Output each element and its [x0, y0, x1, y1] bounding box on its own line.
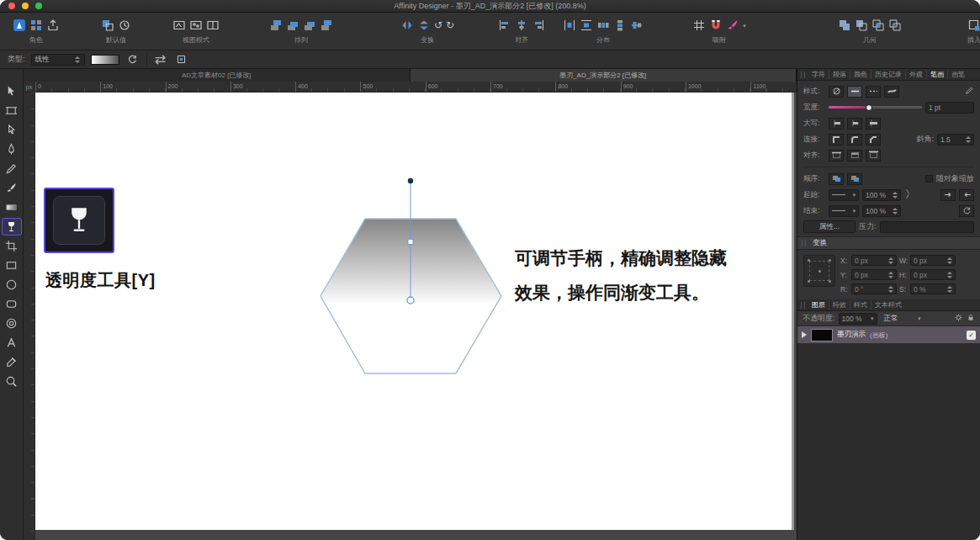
- sync-defaults-icon[interactable]: [101, 19, 114, 32]
- sync-arrowheads-button[interactable]: [959, 205, 974, 217]
- w-field[interactable]: 0 px: [910, 255, 956, 266]
- tab-styles[interactable]: 样式: [850, 300, 871, 310]
- revert-defaults-icon[interactable]: [118, 19, 131, 32]
- align-outside-stroke-button[interactable]: [866, 150, 881, 161]
- snap-brush-icon[interactable]: [726, 19, 739, 32]
- stroke-brush-button[interactable]: [884, 86, 899, 98]
- boolean-intersect-icon[interactable]: [871, 19, 885, 32]
- start-size-value[interactable]: 100 %: [862, 189, 901, 201]
- y-field[interactable]: 0 px: [851, 269, 897, 280]
- align-left-icon[interactable]: [498, 19, 511, 32]
- color-picker-tool[interactable]: [2, 353, 22, 371]
- hexagon-shape-with-gradient-handle[interactable]: [35, 93, 794, 530]
- gear-icon[interactable]: [954, 313, 963, 324]
- view-vector-icon[interactable]: [172, 19, 186, 32]
- s-field[interactable]: 0 %: [910, 283, 956, 294]
- gradient-handle-mid-node[interactable]: [408, 240, 413, 245]
- fill-tool[interactable]: [2, 199, 22, 216]
- document-tab-active[interactable]: 墨刃_AD_演示部分2 [已修改]: [411, 69, 797, 82]
- start-line-style-select[interactable]: ▾: [829, 189, 859, 201]
- boolean-divide-icon[interactable]: [888, 19, 902, 32]
- align-center-icon[interactable]: [515, 19, 528, 32]
- properties-button[interactable]: 属性...: [803, 220, 856, 233]
- arrowhead-end-button[interactable]: [959, 189, 974, 201]
- move-to-back-icon[interactable]: [320, 19, 333, 32]
- layer-row-artboard[interactable]: 墨刃演示 (画板) ✓: [797, 326, 980, 343]
- panel-grip-icon[interactable]: [801, 302, 805, 309]
- gradient-handle-end-node[interactable]: [407, 297, 414, 304]
- snap-grid-icon[interactable]: [692, 19, 706, 32]
- zoom-tool[interactable]: [2, 373, 22, 390]
- distribute-vertical-icon[interactable]: [580, 19, 593, 32]
- disclosure-triangle-icon[interactable]: [802, 331, 807, 338]
- pressure-profile-icon[interactable]: [904, 188, 912, 201]
- canvas-scrollbar[interactable]: [792, 93, 794, 530]
- magnet-icon[interactable]: [709, 19, 723, 32]
- align-right-icon[interactable]: [532, 19, 545, 32]
- space-horizontally-icon[interactable]: [596, 19, 610, 32]
- tab-history[interactable]: 历史记录: [871, 70, 906, 79]
- flip-horizontal-icon[interactable]: [400, 19, 414, 32]
- tab-brushes[interactable]: 画笔: [948, 70, 968, 79]
- transparency-tool[interactable]: [2, 218, 22, 236]
- flip-vertical-icon[interactable]: [417, 19, 431, 32]
- artboard-tool[interactable]: [2, 102, 22, 119]
- space-vertically-icon[interactable]: [613, 19, 627, 32]
- tab-text-styles[interactable]: 文本样式: [871, 300, 905, 310]
- transform-section-header[interactable]: 变换: [797, 236, 980, 250]
- tab-colour[interactable]: 颜色: [850, 70, 871, 79]
- align-center-stroke-button[interactable]: [829, 150, 844, 161]
- view-pixels-icon[interactable]: [189, 19, 203, 32]
- pressure-graph[interactable]: [880, 221, 974, 233]
- tab-stroke[interactable]: 笔画: [927, 70, 948, 79]
- vector-brush-tool[interactable]: [2, 179, 22, 197]
- rotate-ccw-icon[interactable]: ↺: [434, 19, 442, 32]
- tab-appearance[interactable]: 外观: [906, 70, 927, 79]
- gradient-node-icon[interactable]: [174, 53, 189, 66]
- round-cap-button[interactable]: [847, 118, 862, 130]
- move-tool[interactable]: [2, 82, 22, 100]
- stroke-none-button[interactable]: [829, 86, 844, 98]
- square-cap-button[interactable]: [866, 118, 881, 130]
- stroke-dashed-button[interactable]: [866, 86, 881, 98]
- scale-with-object-checkbox[interactable]: [925, 175, 933, 183]
- h-field[interactable]: 0 px: [910, 269, 956, 280]
- ellipse-tool[interactable]: [2, 276, 22, 294]
- rounded-rectangle-tool[interactable]: [2, 295, 22, 313]
- export-persona-icon[interactable]: [46, 19, 60, 32]
- layer-visibility-checkbox[interactable]: ✓: [967, 331, 976, 340]
- lock-icon[interactable]: [967, 313, 975, 324]
- round-join-button[interactable]: [847, 134, 862, 146]
- end-size-value[interactable]: 100 %: [862, 205, 901, 217]
- end-line-style-select[interactable]: ▾: [829, 205, 859, 217]
- rectangle-tool[interactable]: [2, 257, 22, 274]
- distribute-middle-icon[interactable]: [630, 19, 644, 32]
- stroke-solid-button[interactable]: [847, 86, 862, 98]
- move-forward-icon[interactable]: [286, 19, 299, 32]
- panel-grip-icon[interactable]: [801, 71, 805, 78]
- node-tool[interactable]: [2, 121, 22, 139]
- pen-tool[interactable]: [2, 140, 22, 158]
- align-inside-stroke-button[interactable]: [847, 150, 862, 161]
- canvas-page[interactable]: 透明度工具[Y] 可调节手柄，精确调整隐藏 效果，操作同渐变工具。: [35, 93, 794, 530]
- x-field[interactable]: 0 px: [851, 255, 897, 266]
- move-to-front-icon[interactable]: [269, 19, 283, 32]
- gradient-type-select[interactable]: 线性: [31, 54, 85, 66]
- blend-mode-select[interactable]: 正常▾: [881, 313, 924, 325]
- move-backward-icon[interactable]: [303, 19, 316, 32]
- snap-options-caret-icon[interactable]: ▾: [743, 23, 746, 29]
- gradient-swatch[interactable]: [91, 55, 119, 65]
- document-tab-inactive[interactable]: AD文章素材02 [已修改]: [24, 69, 411, 82]
- reverse-gradient-icon[interactable]: ⇄: [153, 53, 168, 66]
- stroke-behind-button[interactable]: [847, 173, 862, 185]
- boolean-subtract-icon[interactable]: [855, 19, 868, 32]
- vector-crop-tool[interactable]: [2, 237, 22, 255]
- stroke-width-slider[interactable]: [829, 103, 922, 112]
- donut-shape-tool[interactable]: [2, 315, 22, 332]
- designer-persona-icon[interactable]: [13, 19, 26, 32]
- tab-paragraph[interactable]: 段落: [829, 70, 850, 79]
- distribute-horizontal-icon[interactable]: [563, 19, 576, 32]
- view-split-icon[interactable]: [206, 19, 220, 32]
- anchor-point-selector[interactable]: [803, 255, 835, 287]
- rotate-cw-icon[interactable]: ↻: [446, 19, 454, 32]
